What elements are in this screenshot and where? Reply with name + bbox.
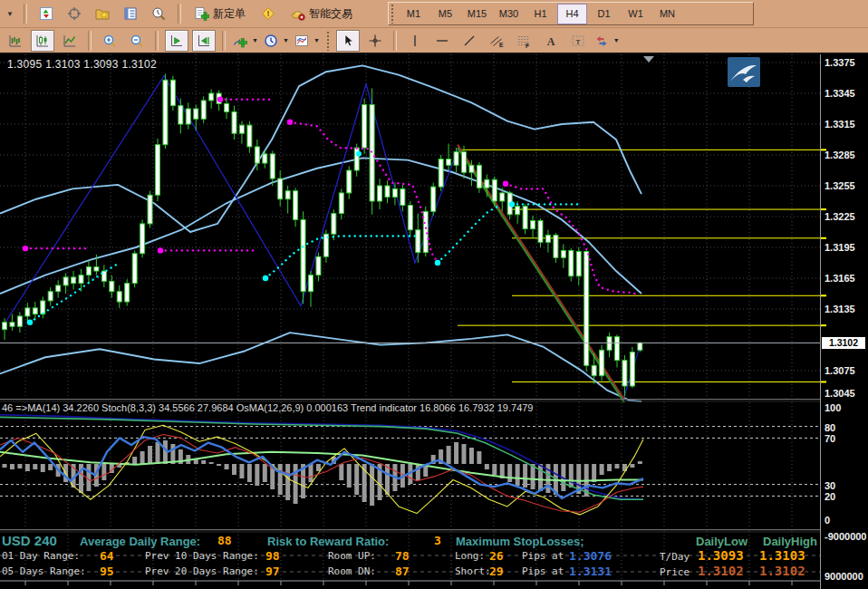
templates-icon <box>294 34 309 48</box>
pips-at-short-label: Pips at <box>522 565 564 577</box>
arrows-button[interactable]: ▼ <box>593 30 621 52</box>
profile-dropdown-caret[interactable]: ▼ <box>4 10 16 18</box>
chart-candles-icon <box>35 34 50 48</box>
text-icon: A <box>544 34 558 48</box>
navigator-favorites-button[interactable] <box>91 3 114 24</box>
toolbar-drawing: ▼▼▼EFAT▼ <box>0 28 868 54</box>
timeframe-mn[interactable]: MN <box>652 4 682 24</box>
long-label: Long: <box>455 550 485 562</box>
room-dn-label: Room DN: <box>328 565 376 577</box>
channel-icon: E <box>489 34 504 48</box>
timeframe-h1[interactable]: H1 <box>526 4 555 24</box>
chart-bars-icon <box>8 34 23 48</box>
prev10-value: 98 <box>265 549 280 563</box>
prev20-label: Prev 20 Days Range: <box>145 565 259 577</box>
timeframe-m5[interactable]: M5 <box>430 4 460 24</box>
price-axis-label: 1.3195 <box>825 242 855 253</box>
strategy-tester-button[interactable] <box>147 3 170 24</box>
long-sl-value: 26 <box>489 549 504 563</box>
svg-text:!: ! <box>266 9 269 18</box>
timeframe-m30[interactable]: M30 <box>494 4 524 24</box>
vertical-line-button[interactable] <box>403 30 427 52</box>
symbol-label: USD 240 <box>2 533 57 548</box>
tick-chart-button[interactable] <box>34 3 58 24</box>
chart-shift-button[interactable] <box>192 30 216 52</box>
daily-low-label: DailyLow <box>696 535 747 548</box>
days5-label: 05 Days Range: <box>2 565 86 577</box>
indicator-axis-label: 30 <box>825 480 835 491</box>
timeframe-w1[interactable]: W1 <box>621 4 651 24</box>
day-range-value: 64 <box>100 549 114 563</box>
trendline-button[interactable] <box>458 30 481 52</box>
prev20-value: 97 <box>265 565 280 578</box>
timeframe-toolbar: M1M5M15M30H1H4D1W1MN <box>388 2 754 25</box>
toolbar-separator <box>88 31 92 51</box>
fibonacci-button[interactable]: F <box>512 30 535 52</box>
timeframe-d1[interactable]: D1 <box>589 4 619 24</box>
timeframe-m1[interactable]: M1 <box>399 4 429 24</box>
text-label-button[interactable]: T <box>566 30 590 52</box>
auto-scroll-icon <box>169 34 184 48</box>
fibo-icon: F <box>516 34 531 48</box>
short-label: Short: <box>455 565 491 577</box>
dropdown-caret-icon: ▼ <box>252 37 258 43</box>
templates-button[interactable]: ▼ <box>294 30 321 52</box>
room-dn-value: 87 <box>395 565 410 578</box>
trendline-icon <box>462 34 477 48</box>
lower-axis-bottom-label: 9000000 <box>825 571 863 582</box>
hline-icon <box>435 34 449 48</box>
new-order-button-label: 新定单 <box>213 6 246 22</box>
chart-canvas[interactable] <box>0 0 868 589</box>
toolbar-separator <box>178 4 181 24</box>
candlestick-chart-button[interactable] <box>31 30 54 52</box>
ea-hat-icon <box>291 6 305 21</box>
alert-button[interactable]: ! <box>256 3 280 24</box>
ohlc-readout: 1.3095 1.3103 1.3093 1.3102 <box>7 58 157 71</box>
terminal-button[interactable] <box>119 3 142 24</box>
price-axis-label: 1.3375 <box>825 57 855 68</box>
target-icon <box>67 6 82 21</box>
crosshair-icon <box>368 34 382 48</box>
price-axis-label: 1.3315 <box>825 119 855 130</box>
indicators-button[interactable]: ▼ <box>232 30 259 52</box>
toolbar-main: ▼新定单!智能交易M1M5M15M30H1H4D1W1MN <box>0 0 868 28</box>
arrows-icon <box>594 34 609 48</box>
dropdown-caret-icon: ▼ <box>613 37 620 43</box>
equidistant-channel-button[interactable]: E <box>485 30 508 52</box>
indicator-axis-label: 20 <box>825 491 835 502</box>
zoom-out-button[interactable] <box>125 30 149 52</box>
tday-high-value: 1.3103 <box>759 548 805 563</box>
timeframe-h4[interactable]: H4 <box>557 4 587 24</box>
zoom-in-button[interactable] <box>98 30 121 52</box>
price-axis-label: 1.3285 <box>825 150 855 160</box>
auto-scroll-button[interactable] <box>165 30 188 52</box>
short-sl-value: 29 <box>489 565 504 578</box>
warning-icon: ! <box>261 6 275 21</box>
market-watch-button[interactable] <box>63 3 86 24</box>
rr-value: 3 <box>434 534 441 547</box>
horizontal-line-button[interactable] <box>430 30 454 52</box>
cursor-button[interactable] <box>336 30 360 52</box>
clock-search-icon <box>151 6 166 21</box>
timeframe-m15[interactable]: M15 <box>462 4 492 24</box>
short-price-value: 1.3131 <box>569 565 612 578</box>
broker-logo-watermark <box>728 57 760 87</box>
mt4-window: ▼新定单!智能交易M1M5M15M30H1H4D1W1MN ▼▼▼EFAT▼ 1… <box>0 0 868 589</box>
toolbar-grip[interactable] <box>391 4 395 24</box>
expert-advisors-button[interactable]: 智能交易 <box>285 3 359 24</box>
indicator-axis-label: 80 <box>825 422 835 433</box>
new-order-icon <box>195 6 209 21</box>
crosshair-button[interactable] <box>363 30 387 52</box>
periods-button[interactable]: ▼ <box>263 30 290 52</box>
periods-icon <box>264 34 278 48</box>
indicator-axis-label: 100 <box>825 402 841 413</box>
expert-advisors-button-label: 智能交易 <box>309 6 352 22</box>
text-button[interactable]: A <box>539 30 563 52</box>
new-order-button[interactable]: 新定单 <box>188 3 252 24</box>
pips-at-long-label: Pips at <box>522 550 564 562</box>
bar-chart-button[interactable] <box>4 30 27 52</box>
toolbar-grip[interactable] <box>326 31 331 51</box>
indicator-header: 46 =>MA(14) 34.2260 Stoch(8,3,3) 34.5566… <box>2 402 533 413</box>
rr-label: Risk to Reward Ratio: <box>267 535 389 548</box>
line-chart-button[interactable] <box>58 30 82 52</box>
